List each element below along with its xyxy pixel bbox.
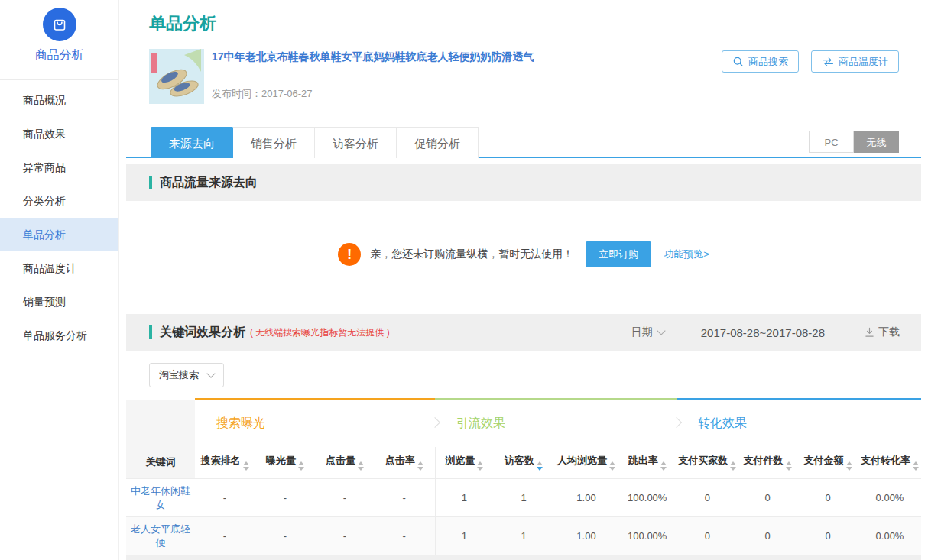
next-section-edge <box>126 555 921 560</box>
column-search-rank[interactable]: 搜索排名 <box>195 447 255 479</box>
sort-icon <box>846 461 852 471</box>
cell: 0.00% <box>858 517 921 555</box>
product-title-link[interactable]: 17中年老北京布鞋春秋单鞋女平底妈妈鞋软底老人轻便奶奶防滑透气 <box>212 50 534 64</box>
device-toggle: PC 无线 <box>809 131 899 153</box>
sidebar-item-category-analysis[interactable]: 分类分析 <box>0 184 118 218</box>
sort-icon <box>660 461 667 471</box>
cell: - <box>374 517 435 555</box>
cell: 0 <box>677 517 738 555</box>
keyword-link[interactable]: 老人女平底轻便 <box>126 517 195 555</box>
tab-source-destination[interactable]: 来源去向 <box>151 127 233 158</box>
warning-text: 亲，您还未订购流量纵横，暂时无法使用！ <box>370 248 573 261</box>
group-search-exposure: 搜索曝光 <box>195 400 435 447</box>
sidebar-header: 商品分析 <box>0 0 118 80</box>
cell: 100.00% <box>618 517 677 555</box>
sort-icon <box>417 461 423 471</box>
product-search-button[interactable]: 商品搜索 <box>722 50 799 73</box>
flow-warning-panel: 亲，您还未订购流量纵横，暂时无法使用！ 立即订购 功能预览> <box>126 201 921 308</box>
publish-time: 发布时间：2017-06-27 <box>212 87 534 101</box>
cell: 0 <box>738 479 797 517</box>
cell: - <box>255 479 316 517</box>
sidebar-item-abnormal-products[interactable]: 异常商品 <box>0 151 118 184</box>
cell: - <box>255 517 316 555</box>
cell: 0 <box>797 479 858 517</box>
column-paid-items[interactable]: 支付件数 <box>738 447 797 479</box>
sidebar-item-sales-forecast[interactable]: 销量预测 <box>0 285 118 319</box>
column-paid-buyers[interactable]: 支付买家数 <box>677 447 738 479</box>
date-range: 2017-08-28~2017-08-28 <box>701 326 825 339</box>
table-row: 中老年休闲鞋女 - - - - 1 1 1.00 100.00% 0 0 0 0… <box>126 479 921 517</box>
keyword-table: 搜索曝光 引流效果 转化效果 关键词 搜索排名 曝光量 点击量 点击率 浏览量 … <box>126 398 921 555</box>
main-content: 单品分析 17中年老北京布鞋春秋单鞋女平底妈妈鞋软底老人轻便奶奶防滑透气 发布时… <box>119 0 928 560</box>
tab-promotion-analysis[interactable]: 促销分析 <box>397 127 479 158</box>
column-conversion-rate[interactable]: 支付转化率 <box>858 447 921 479</box>
cell: 0.00% <box>858 479 921 517</box>
order-now-button[interactable]: 立即订购 <box>586 241 651 267</box>
tab-sales-analysis[interactable]: 销售分析 <box>233 127 315 158</box>
sort-icon <box>913 461 919 471</box>
keyword-section-note: ( 无线端搜索曝光指标暂无法提供 ) <box>250 326 390 339</box>
sidebar-item-product-thermometer[interactable]: 商品温度计 <box>0 251 118 285</box>
sidebar: 商品分析 商品概况 商品效果 异常商品 分类分析 单品分析 商品温度计 销量预测… <box>0 0 119 560</box>
table-group-header-row: 搜索曝光 引流效果 转化效果 <box>126 400 921 447</box>
cell: 1 <box>435 517 493 555</box>
sort-icon <box>537 461 543 471</box>
column-visitors[interactable]: 访客数 <box>493 447 554 479</box>
column-clicks[interactable]: 点击量 <box>316 447 374 479</box>
channel-select[interactable]: 淘宝搜索 <box>149 363 224 387</box>
column-avg-pageviews[interactable]: 人均浏览量 <box>554 447 618 479</box>
download-button[interactable]: 下载 <box>865 325 900 339</box>
column-pageviews[interactable]: 浏览量 <box>435 447 493 479</box>
product-image[interactable] <box>149 49 204 104</box>
toggle-wireless[interactable]: 无线 <box>854 131 899 153</box>
sidebar-menu: 商品概况 商品效果 异常商品 分类分析 单品分析 商品温度计 销量预测 单品服务… <box>0 80 118 352</box>
compare-arrows-icon <box>822 57 834 67</box>
cell: - <box>195 479 255 517</box>
cell: 1.00 <box>554 517 618 555</box>
cell: 1 <box>493 517 554 555</box>
column-exposure[interactable]: 曝光量 <box>255 447 316 479</box>
page-title: 单品分析 <box>126 0 921 35</box>
group-traffic-effect: 引流效果 <box>435 400 677 447</box>
keyword-section-title: 关键词效果分析 <box>160 325 245 341</box>
keyword-section-header: 关键词效果分析 ( 无线端搜索曝光指标暂无法提供 ) 日期 2017-08-28… <box>126 314 921 351</box>
sort-icon <box>243 461 249 471</box>
group-conversion-effect: 转化效果 <box>677 400 921 447</box>
sort-icon <box>477 461 483 471</box>
column-bounce-rate[interactable]: 跳出率 <box>618 447 677 479</box>
flow-section-title: 商品流量来源去向 <box>160 175 258 191</box>
date-dropdown[interactable]: 日期 <box>631 325 664 339</box>
tab-visitor-analysis[interactable]: 访客分析 <box>315 127 397 158</box>
cell: - <box>374 479 435 517</box>
section-bar <box>149 325 152 339</box>
cell: 100.00% <box>618 479 677 517</box>
sidebar-item-product-overview[interactable]: 商品概况 <box>0 83 118 117</box>
product-analysis-icon <box>43 8 76 41</box>
feature-preview-link[interactable]: 功能预览> <box>664 248 709 261</box>
cell: - <box>316 517 374 555</box>
column-keyword: 关键词 <box>126 447 195 479</box>
sort-icon <box>786 461 792 471</box>
product-thermometer-button[interactable]: 商品温度计 <box>811 50 899 73</box>
cell: 0 <box>738 517 797 555</box>
toggle-pc[interactable]: PC <box>809 131 854 153</box>
search-icon <box>732 56 744 67</box>
keyword-link[interactable]: 中老年休闲鞋女 <box>126 479 195 517</box>
shopping-bag-icon <box>50 15 69 34</box>
sort-icon <box>609 461 615 471</box>
cell: 1.00 <box>554 479 618 517</box>
sort-icon <box>730 461 736 471</box>
sidebar-item-single-item-analysis[interactable]: 单品分析 <box>0 218 118 251</box>
chevron-down-icon <box>206 369 215 377</box>
download-icon <box>865 327 874 338</box>
sort-icon <box>358 461 364 471</box>
chevron-down-icon <box>657 326 665 335</box>
sidebar-item-product-effect[interactable]: 商品效果 <box>0 117 118 151</box>
flow-section-header: 商品流量来源去向 <box>126 164 921 201</box>
sidebar-item-single-item-service[interactable]: 单品服务分析 <box>0 319 118 352</box>
filter-row: 淘宝搜索 <box>126 351 921 398</box>
cell: 0 <box>797 517 858 555</box>
table-column-header-row: 关键词 搜索排名 曝光量 点击量 点击率 浏览量 访客数 人均浏览量 跳出率 支… <box>126 447 921 479</box>
column-ctr[interactable]: 点击率 <box>374 447 435 479</box>
column-paid-amount[interactable]: 支付金额 <box>797 447 858 479</box>
